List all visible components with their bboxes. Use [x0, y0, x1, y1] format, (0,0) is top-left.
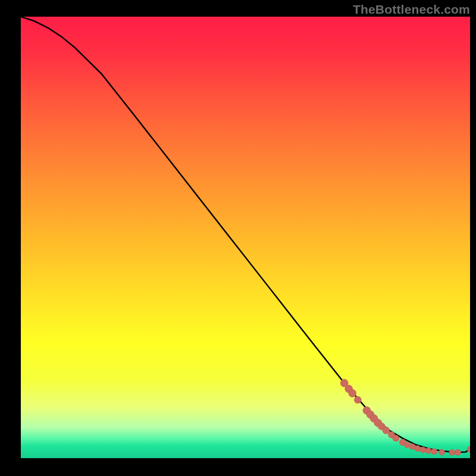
plot-area — [21, 17, 470, 458]
scatter-dot — [431, 449, 437, 455]
scatter-dot — [383, 427, 390, 434]
chart-svg — [21, 17, 470, 458]
scatter-dot — [425, 447, 431, 453]
scatter-dot — [439, 449, 444, 455]
scatter-dot — [455, 449, 461, 455]
scatter-dot — [404, 442, 410, 448]
scatter-dot — [349, 389, 356, 397]
bottleneck-curve — [21, 17, 470, 452]
scatter-dot — [354, 396, 361, 403]
scatter-dot — [449, 449, 455, 455]
chart-frame: TheBottleneck.com — [0, 0, 476, 476]
scatter-dot — [415, 446, 421, 452]
scatter-dot — [393, 435, 399, 441]
scatter-dot — [420, 447, 426, 453]
scatter-points — [340, 379, 470, 455]
watermark-label: TheBottleneck.com — [353, 2, 470, 17]
